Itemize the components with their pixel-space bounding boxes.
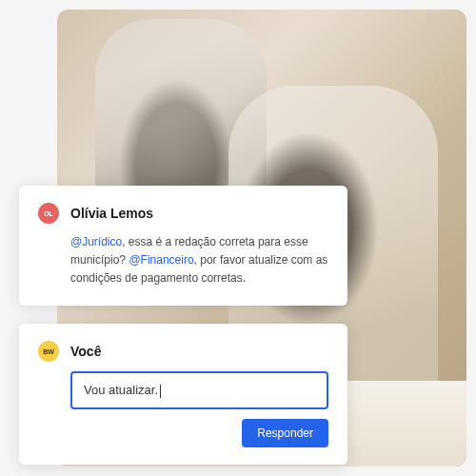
reply-card: BW Você Vou atualizar. Responder	[19, 324, 347, 465]
reply-actions: Responder	[38, 419, 328, 447]
mention[interactable]: @Jurídico	[70, 235, 122, 248]
reply-input[interactable]: Vou atualizar.	[70, 371, 328, 409]
author-name: Você	[70, 344, 101, 359]
comment-body: @Jurídico, essa é a redação correta para…	[38, 233, 328, 288]
reply-button[interactable]: Responder	[242, 419, 328, 447]
comment-header: BW Você	[38, 341, 328, 362]
avatar: OL	[38, 203, 59, 224]
comment-card: OL Olívia Lemos @Jurídico, essa é a reda…	[19, 186, 347, 306]
comment-header: OL Olívia Lemos	[38, 203, 328, 224]
author-name: Olívia Lemos	[70, 206, 153, 221]
mention[interactable]: @Financeiro	[129, 253, 193, 267]
reply-input-value: Vou atualizar.	[84, 383, 158, 397]
avatar: BW	[38, 341, 59, 362]
text-cursor	[160, 385, 161, 398]
